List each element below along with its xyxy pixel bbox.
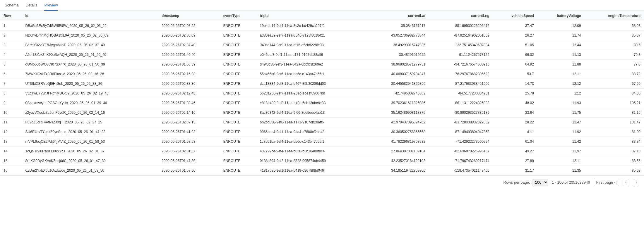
cell-tripid: 55c466d0-9ef6-11ea-bb6c-c143b47c55f1 — [256, 69, 367, 79]
cell-timestamp: 2020-05-26T01:58:53 — [158, 137, 220, 147]
cell-timestamp: 2020-05-26T01:39:46 — [158, 98, 220, 108]
cell-eventtype: ENROUTE — [220, 156, 256, 166]
prev-page-button[interactable]: ‹ — [623, 179, 629, 186]
cell-tripid: dca13834-9ef8-11ea-b467-35b30286dd03 — [256, 79, 367, 89]
cell-tripid: 19b4cb14-9ef4-11ea-8c2e-bd429ca297f0 — [256, 21, 367, 31]
cell-id: 1cQNTr2i8RA9Fl30WYn1_2020_05_26_02_01_57 — [22, 147, 158, 156]
cell-currentlng: -87.149493804047353 — [429, 127, 493, 137]
cell-tripid: 8ac36342-9ef4-11ea-9f66-3de5eec4ab13 — [256, 108, 367, 118]
cell-currentlng: -118.47354021148466 — [429, 166, 493, 175]
cell-batteryvoltage: 11.93 — [537, 98, 585, 108]
cell-vehiclespeed: 51.05 — [493, 40, 537, 50]
cell-id: BerelY02vDT7MygmMIoT_2020_05_26_02_37_40 — [22, 40, 158, 50]
col-header-currentlng: currentLng — [429, 11, 493, 21]
cell-vehiclespeed: 27.89 — [493, 156, 537, 166]
cell-batteryvoltage: 11.42 — [537, 137, 585, 147]
cell-timestamp: 2020-05-26T01:53:50 — [158, 166, 220, 175]
col-header-currentlat: currentLat — [366, 11, 429, 21]
cell-vehiclespeed: 49.27 — [493, 147, 537, 156]
cell-id: 7MWKtiCskTx8R6PkcxIV_2020_05_26_02_16_28 — [22, 69, 158, 79]
cell-enginetemp: 83.34 — [585, 137, 644, 147]
cell-currentlat: 39.702361611926086 — [366, 98, 429, 108]
cell-tripid: 049ce144-9ef9-11ea-bf16-e5cb8228fe08 — [256, 40, 367, 50]
cell-vehiclespeed: 25.78 — [493, 89, 537, 98]
cell-tripid: 9966bec4-9ef1-11ea-9da4-c7800cf2bb48 — [256, 127, 367, 137]
cell-timestamp: 2020-05-26T01:40:40 — [158, 50, 220, 60]
cell-vehiclespeed: 48.02 — [493, 98, 537, 108]
cell-eventtype: ENROUTE — [220, 118, 256, 127]
next-page-button[interactable]: › — [633, 179, 639, 186]
next-page-icon: › — [636, 180, 637, 185]
table-row: 7 UY5IktXSRVL6jI9HtGuL_2020_05_26_02_38_… — [0, 79, 644, 89]
cell-currentlng: -80.890293527335189 — [429, 108, 493, 118]
cell-row-num: 10 — [0, 108, 22, 118]
cell-timestamp: 2020-05-26T02:16:28 — [158, 69, 220, 79]
cell-currentlng: -87.925164902051009 — [429, 31, 493, 40]
table-container: Row id timestamp eventType tripId curren… — [0, 11, 644, 175]
cell-row-num: 15 — [0, 156, 22, 166]
cell-vehiclespeed: 61.04 — [493, 137, 537, 147]
col-header-id: id — [22, 11, 158, 21]
rows-per-page-select[interactable]: 100 10 25 50 — [532, 179, 548, 186]
tab-preview[interactable]: Preview — [44, 0, 58, 11]
cell-currentlng: -122.75145349607884 — [429, 40, 493, 50]
cell-currentlat: 35.162489908113379 — [366, 108, 429, 118]
cell-currentlng: -94.721676574680913 — [429, 60, 493, 69]
cell-row-num: 11 — [0, 118, 22, 127]
table-row: 10 z2yuvVXocUZL9bnF6yuR_2020_05_26_02_14… — [0, 108, 644, 118]
cell-id: 6ZDnr2YxbXbL1Oxdtwoe_2020_05_26_01_53_50 — [22, 166, 158, 175]
col-header-tripid: tripId — [256, 11, 367, 21]
tab-details[interactable]: Details — [26, 0, 37, 11]
cell-vehiclespeed: 26.27 — [493, 31, 537, 40]
cell-eventtype: ENROUTE — [220, 98, 256, 108]
cell-id: 8rnKG0DyGKVcKZooj06C_2020_05_26_01_47_30 — [22, 156, 158, 166]
cell-vehiclespeed: 28.22 — [493, 118, 537, 127]
cell-enginetemp: 105.21 — [585, 98, 644, 108]
cell-eventtype: ENROUTE — [220, 69, 256, 79]
tabs-container: Schema Details Preview — [0, 0, 644, 11]
cell-batteryvoltage: 11.35 — [537, 166, 585, 175]
cell-tripid: 437797ce-9ef4-11ea-b838-b3b1848df8c4 — [256, 147, 367, 156]
cell-timestamp: 2020-05-26T02:03:22 — [158, 21, 220, 31]
cell-id: SU6E4uvTYgekZ0yeSepq_2020_05_26_01_41_23 — [22, 127, 158, 137]
cell-timestamp: 2020-05-26T02:37:15 — [158, 118, 220, 127]
cell-vehiclespeed: 41.1 — [493, 127, 537, 137]
cell-tripid: 0138c894-9ef2-11ea-8822-995874ab4459 — [256, 156, 367, 166]
cell-enginetemp: 58.93 — [585, 21, 644, 31]
cell-tripid: e046eaf8-9ef1-11ea-a171-9107db28aff6 — [256, 50, 367, 60]
cell-eventtype: ENROUTE — [220, 79, 256, 89]
cell-timestamp: 2020-05-26T02:38:36 — [158, 79, 220, 89]
cell-enginetemp: 81.09 — [585, 127, 644, 137]
cell-id: UY5IktXSRVL6jI9HtGuL_2020_05_26_02_38_36 — [22, 79, 158, 89]
cell-currentlng: -82.636870226995157 — [429, 147, 493, 156]
cell-eventtype: ENROUTE — [220, 50, 256, 60]
cell-id: z2yuvVXocUZL9bnF6yuR_2020_05_26_02_14_16 — [22, 108, 158, 118]
table-row: 3 BerelY02vDT7MygmMIoT_2020_05_26_02_37_… — [0, 40, 644, 50]
cell-row-num: 2 — [0, 31, 22, 40]
cell-batteryvoltage: 12.44 — [537, 40, 585, 50]
cell-batteryvoltage: 11.13 — [537, 50, 585, 60]
cell-currentlat: 42.7495002746582 — [366, 89, 429, 98]
cell-id: 0SbgxmycyhLPGSOaYyHx_2020_05_26_01_39_46 — [22, 98, 158, 108]
cell-enginetemp: 87.18 — [585, 147, 644, 156]
pagination-bar: Rows per page: 100 10 25 50 1 - 100 of 2… — [0, 175, 644, 189]
cell-enginetemp: 67.09 — [585, 79, 644, 89]
cell-batteryvoltage: 11.92 — [537, 127, 585, 137]
first-page-button[interactable]: First page ⟨| — [594, 179, 619, 186]
cell-tripid: 41817b2c-9ef1-11ea-b419-09678f8fd046 — [256, 166, 367, 175]
cell-row-num: 1 — [0, 21, 22, 31]
cell-row-num: 13 — [0, 137, 22, 147]
cell-currentlng: -83.728038832327059 — [429, 118, 493, 127]
cell-row-num: 14 — [0, 147, 22, 156]
table-body: 1 DBxGu5ExByZdGWIIEf5W_2020_05_26_02_03_… — [0, 21, 644, 175]
cell-tripid: 5623a900-9ef7-11ea-901d-ebe1f89607bb — [256, 89, 367, 98]
col-header-timestamp: timestamp — [158, 11, 220, 21]
table-row: 11 Fu2dZ5cRF4AfPiiZJ0gT_2020_05_26_02_37… — [0, 118, 644, 127]
table-row: 16 6ZDnr2YxbXbL1Oxdtwoe_2020_05_26_01_53… — [0, 166, 644, 175]
col-header-enginetemp: engineTemperature — [585, 11, 644, 21]
cell-enginetemp: 83.55 — [585, 156, 644, 166]
cell-batteryvoltage: 12.12 — [537, 79, 585, 89]
cell-currentlng: -76.297678682895622 — [429, 69, 493, 79]
table-row: 1 DBxGu5ExByZdGWIIEf5W_2020_05_26_02_03_… — [0, 21, 644, 31]
tab-schema[interactable]: Schema — [5, 0, 19, 11]
